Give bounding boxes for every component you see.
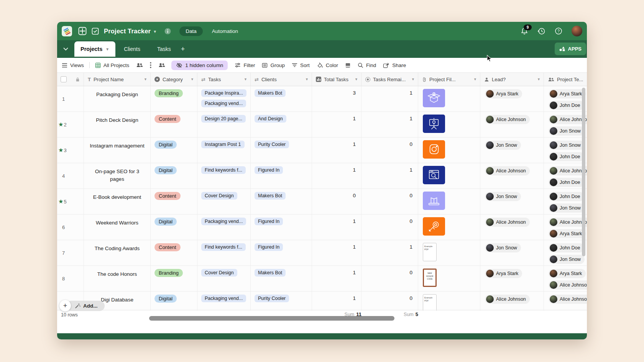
share-button[interactable]: Share bbox=[383, 62, 406, 68]
client-link-pill[interactable]: Purity Cooler bbox=[255, 141, 289, 148]
task-link-pill[interactable]: Package Inspira... bbox=[201, 89, 246, 97]
project-name-cell[interactable]: Pitch Deck Design bbox=[84, 112, 151, 137]
tasks-cell[interactable]: Packaging vend... bbox=[197, 215, 251, 240]
task-link-pill[interactable]: Packaging vend... bbox=[201, 295, 246, 302]
category-cell[interactable]: Content bbox=[151, 189, 197, 214]
client-link-pill[interactable]: Figured In bbox=[255, 166, 283, 174]
clients-cell[interactable]: Makers Bot bbox=[251, 266, 312, 291]
category-cell[interactable]: Digital bbox=[151, 138, 197, 163]
project-team-cell[interactable]: John DoeJon Snow bbox=[544, 240, 587, 265]
column-header-tasks[interactable]: ⇄Tasks▼ bbox=[197, 73, 251, 86]
view-name-button[interactable]: All Projects bbox=[95, 62, 130, 68]
lead-pill[interactable]: Arya Stark bbox=[485, 89, 522, 98]
task-link-pill[interactable]: Cover Design bbox=[201, 269, 237, 277]
collapse-chevron-icon[interactable] bbox=[63, 46, 68, 52]
column-menu-chevron-icon[interactable]: ▼ bbox=[305, 77, 309, 81]
lead-pill[interactable]: Alice Johnson bbox=[485, 115, 530, 124]
lead-pill[interactable]: Alice Johnson bbox=[485, 166, 530, 175]
lead-cell[interactable]: Alice Johnson bbox=[480, 112, 544, 137]
clients-cell[interactable]: Figured In bbox=[251, 240, 312, 265]
select-all-checkbox[interactable] bbox=[61, 76, 67, 82]
client-link-pill[interactable]: Makers Bot bbox=[255, 269, 286, 277]
lead-cell[interactable]: Jon Snow bbox=[480, 138, 544, 163]
more-options-icon[interactable] bbox=[150, 62, 151, 68]
sheet-tab-tasks[interactable]: Tasks bbox=[149, 46, 179, 52]
column-menu-chevron-icon[interactable]: ▼ bbox=[144, 77, 147, 81]
project-file-cell[interactable]: Example PDF bbox=[418, 292, 480, 311]
category-cell[interactable]: Branding bbox=[151, 266, 197, 291]
workspace-grid-icon[interactable] bbox=[78, 26, 87, 36]
views-button[interactable]: Views bbox=[62, 62, 84, 68]
task-link-pill[interactable]: Packaging vend... bbox=[201, 100, 246, 107]
vertical-scrollbar[interactable] bbox=[582, 88, 585, 256]
task-link-pill[interactable]: Cover Design bbox=[201, 192, 237, 200]
column-menu-chevron-icon[interactable]: ▼ bbox=[244, 77, 247, 81]
team-member-pill[interactable]: John Doe bbox=[549, 101, 584, 110]
row-number-cell[interactable]: 8 bbox=[57, 266, 84, 291]
tasks-cell[interactable]: Instagram Post 1 bbox=[197, 138, 251, 163]
pdf-file-thumbnail[interactable]: Example PDF bbox=[423, 294, 437, 311]
client-link-pill[interactable]: Makers Bot bbox=[255, 89, 286, 97]
column-header-tasks-remai[interactable]: Tasks Remai...▼ bbox=[361, 73, 418, 86]
row-number-cell[interactable]: ★5 bbox=[57, 189, 84, 214]
team-member-pill[interactable]: Arya Stark bbox=[549, 89, 586, 98]
tab-data[interactable]: Data bbox=[179, 26, 203, 36]
project-file-cell[interactable] bbox=[418, 138, 480, 163]
color-button[interactable]: Color bbox=[317, 62, 338, 68]
project-team-cell[interactable]: Alice JohnsonJohn Doe bbox=[544, 163, 587, 188]
category-cell[interactable]: Digital bbox=[151, 163, 197, 188]
row-number-cell[interactable]: ★2 bbox=[57, 112, 84, 137]
lead-pill[interactable]: Arya Stark bbox=[485, 269, 522, 278]
project-name-cell[interactable]: The Coding Awards bbox=[84, 240, 151, 265]
row-number-cell[interactable]: 4 bbox=[57, 163, 84, 188]
info-icon[interactable] bbox=[164, 28, 171, 34]
lead-cell[interactable]: Alice Johnson bbox=[480, 163, 544, 188]
tasks-remaining-cell[interactable]: 1 bbox=[361, 240, 418, 265]
tasks-cell[interactable]: Package Inspira...Packaging vend... bbox=[197, 86, 251, 111]
column-header-project-te[interactable]: Project Te... bbox=[544, 73, 587, 86]
team-member-pill[interactable]: Alice Johnson bbox=[549, 166, 587, 175]
team-member-pill[interactable]: John Doe bbox=[549, 243, 584, 252]
user-avatar[interactable] bbox=[572, 26, 582, 36]
tasks-cell[interactable]: Find keywords f... bbox=[197, 163, 251, 188]
client-link-pill[interactable]: And Design bbox=[255, 115, 286, 123]
instagram-file-icon[interactable] bbox=[423, 140, 445, 159]
total-tasks-cell[interactable]: 3 bbox=[312, 86, 361, 111]
column-menu-chevron-icon[interactable]: ▼ bbox=[411, 77, 415, 81]
find-button[interactable]: Find bbox=[358, 62, 376, 68]
title-chevron-down-icon[interactable]: ▼ bbox=[153, 29, 157, 34]
project-file-cell[interactable] bbox=[418, 189, 480, 214]
clients-cell[interactable]: Makers Bot bbox=[251, 189, 312, 214]
team-member-pill[interactable]: Jon Snow bbox=[549, 126, 585, 136]
row-number-cell[interactable]: 1 bbox=[57, 86, 84, 111]
help-icon[interactable]: ? bbox=[555, 27, 562, 35]
project-name-cell[interactable]: On-page SEO for 3 pages bbox=[84, 163, 151, 188]
add-row-menu-button[interactable]: Add... bbox=[66, 301, 105, 311]
team-member-pill[interactable]: John Doe bbox=[549, 152, 584, 161]
team-member-pill[interactable]: Jon Snow bbox=[549, 141, 585, 150]
star-icon[interactable]: ★ bbox=[58, 121, 63, 128]
column-menu-chevron-icon[interactable]: ▼ bbox=[473, 77, 477, 81]
seo-file-icon[interactable] bbox=[423, 166, 445, 184]
total-tasks-cell[interactable]: 1 bbox=[312, 163, 361, 188]
lead-cell[interactable]: Jon Snow bbox=[480, 240, 544, 265]
project-file-cell[interactable]: NEW HONOR CODE bbox=[418, 266, 480, 291]
tasks-remaining-cell[interactable]: 0 bbox=[361, 138, 418, 163]
hidden-columns-button[interactable]: 1 hidden column bbox=[171, 61, 228, 70]
column-header-project-name[interactable]: TProject Name▼ bbox=[84, 73, 151, 86]
tasks-remaining-cell[interactable]: 0 bbox=[361, 266, 418, 291]
team-member-pill[interactable]: John Doe bbox=[549, 192, 584, 201]
notifications-bell-icon[interactable]: 9 bbox=[521, 27, 528, 35]
project-name-cell[interactable]: Weekend Warriors bbox=[84, 215, 151, 240]
category-cell[interactable]: Content bbox=[151, 112, 197, 137]
client-link-pill[interactable]: Makers Bot bbox=[255, 192, 286, 200]
category-cell[interactable]: Content bbox=[151, 240, 197, 265]
category-cell[interactable]: Branding bbox=[151, 86, 197, 111]
tasks-cell[interactable]: Cover Design bbox=[197, 266, 251, 291]
apps-button[interactable]: APPS bbox=[555, 43, 586, 55]
project-team-cell[interactable]: Alice JohnsonJon Snow bbox=[544, 112, 587, 137]
task-link-pill[interactable]: Instagram Post 1 bbox=[201, 141, 245, 148]
clients-cell[interactable]: Makers Bot bbox=[251, 86, 312, 111]
total-tasks-cell[interactable]: 1 bbox=[312, 112, 361, 137]
row-number-cell[interactable]: 7 bbox=[57, 240, 84, 265]
